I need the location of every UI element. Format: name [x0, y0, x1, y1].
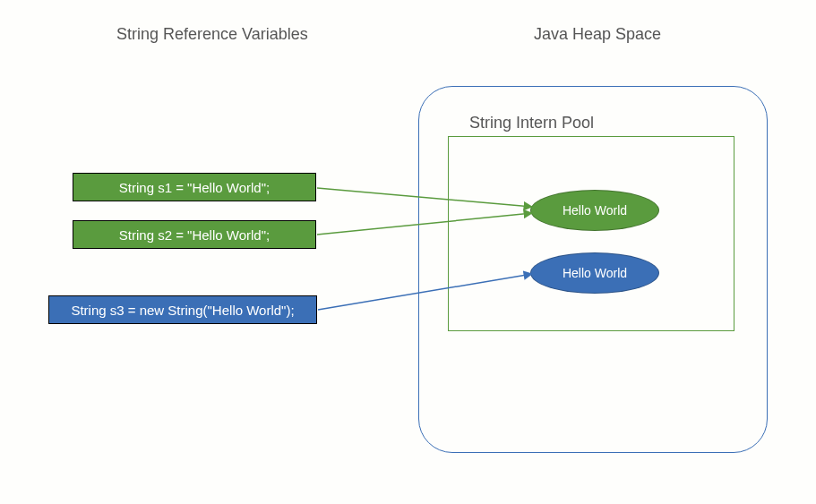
- decl-s3: String s3 = new String("Hello World");: [48, 295, 317, 324]
- heading-left: String Reference Variables: [116, 25, 308, 44]
- heading-right: Java Heap Space: [534, 25, 661, 44]
- decl-s2: String s2 = "Hello World";: [73, 220, 316, 249]
- intern-pool-container: [448, 136, 734, 331]
- interned-string-object: Hello World: [530, 190, 659, 231]
- decl-s1: String s1 = "Hello World";: [73, 173, 316, 201]
- heap-string-object: Hello World: [530, 252, 659, 294]
- pool-label: String Intern Pool: [469, 114, 594, 132]
